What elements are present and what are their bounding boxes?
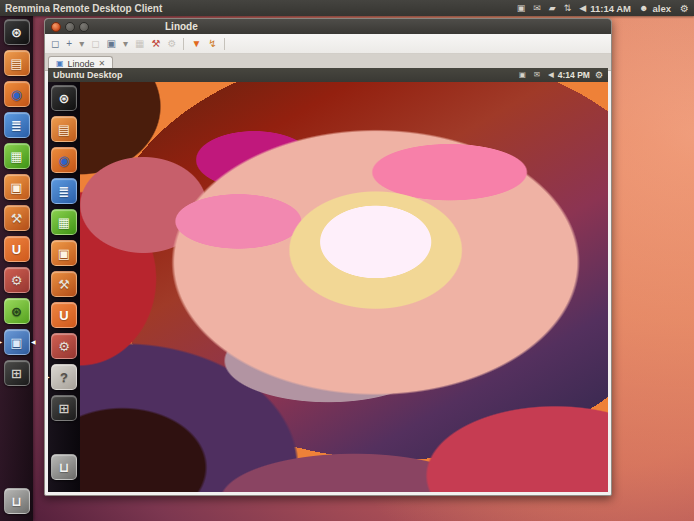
launcher-item-ubuntu-one[interactable]: U bbox=[4, 236, 30, 262]
focused-indicator: ◀ bbox=[31, 339, 36, 345]
workspace-switcher-icon: ⊞ bbox=[11, 367, 22, 380]
disconnect-button[interactable]: ↯ bbox=[208, 39, 216, 49]
libreoffice-impress-icon: ▣ bbox=[58, 247, 70, 260]
grab-keyboard-button[interactable]: ▦ bbox=[135, 39, 144, 49]
launcher-item-dash-home[interactable]: ⊛ bbox=[4, 19, 30, 45]
system-settings-icon: ⚙ bbox=[11, 274, 23, 287]
launcher-item-workspace-switcher[interactable]: ⊞ bbox=[51, 395, 77, 421]
launcher-item-libreoffice-impress[interactable]: ▣ bbox=[4, 174, 30, 200]
messaging-mail-icon[interactable]: ✉ bbox=[533, 4, 541, 13]
launcher-item-libreoffice-impress[interactable]: ▣ bbox=[51, 240, 77, 266]
remote-desktop-title: Ubuntu Desktop bbox=[53, 70, 123, 80]
remote-session-icon[interactable]: ▣ bbox=[517, 4, 526, 13]
host-indicator-area: ▣✉▰⇅◀ bbox=[517, 4, 590, 13]
focused-indicator: ▶ bbox=[48, 374, 50, 380]
launcher-item-trash[interactable]: ⊔ bbox=[51, 454, 77, 480]
launcher-item-trash[interactable]: ⊔ bbox=[4, 488, 30, 514]
remote-wallpaper bbox=[80, 82, 608, 492]
minimize-button[interactable] bbox=[65, 22, 75, 32]
host-top-panel: Remmina Remote Desktop Client ▣✉▰⇅◀ 11:1… bbox=[0, 0, 694, 16]
launcher-item-software-center[interactable]: ⚒ bbox=[4, 205, 30, 231]
files-icon: ▤ bbox=[10, 57, 22, 70]
window-controls bbox=[51, 22, 93, 32]
trash-icon: ⊔ bbox=[59, 461, 69, 474]
close-button[interactable] bbox=[51, 22, 61, 32]
remote-desktop-body: ⊛▤◉≣▦▣⚒U⚙?▶⊞⊔ bbox=[48, 82, 608, 492]
launcher-item-libreoffice-calc[interactable]: ▦ bbox=[4, 143, 30, 169]
dash-home-icon: ⊛ bbox=[11, 26, 22, 39]
launcher-item-system-settings[interactable]: ⚙ bbox=[4, 267, 30, 293]
switch-resolution-menu-button[interactable]: ▾ bbox=[123, 39, 128, 49]
host-unity-launcher: ⊛▤◉≣▦▣⚒U⚙⊛▣▶◀⊞⊔ bbox=[0, 16, 33, 521]
fit-window-menu-button[interactable]: ▾ bbox=[79, 39, 84, 49]
running-indicator: ▶ bbox=[0, 339, 2, 345]
remote-top-panel: Ubuntu Desktop ▣✉◀ 4:14 PM ⚙ bbox=[48, 68, 608, 82]
remote-indicator-area: ▣✉◀ bbox=[519, 71, 558, 79]
software-center-icon: ⚒ bbox=[11, 212, 23, 225]
remote-unity-launcher: ⊛▤◉≣▦▣⚒U⚙?▶⊞⊔ bbox=[48, 82, 80, 492]
session-indicator[interactable]: ☻ alex ⚙ bbox=[639, 3, 694, 14]
maximize-button[interactable] bbox=[79, 22, 89, 32]
software-center-icon: ⚒ bbox=[58, 278, 70, 291]
username-label: alex bbox=[653, 3, 672, 14]
network-activity-icon[interactable]: ⇅ bbox=[564, 4, 572, 13]
remote-viewport[interactable]: Ubuntu Desktop ▣✉◀ 4:14 PM ⚙ ⊛▤◉≣▦▣⚒U⚙?▶… bbox=[48, 68, 608, 492]
launcher-item-workspace-switcher[interactable]: ⊞ bbox=[4, 360, 30, 386]
minimize-window-button[interactable]: ▼ bbox=[191, 39, 201, 49]
scaled-mode-button[interactable]: ◻ bbox=[91, 39, 99, 49]
sound-volume-icon[interactable]: ◀ bbox=[548, 71, 554, 79]
launcher-item-files[interactable]: ▤ bbox=[4, 50, 30, 76]
ubuntu-software-icon: ⊛ bbox=[11, 305, 22, 318]
launcher-item-files[interactable]: ▤ bbox=[51, 116, 77, 142]
firefox-icon: ◉ bbox=[11, 88, 22, 101]
toolbar-separator bbox=[183, 38, 184, 50]
libreoffice-writer-icon: ≣ bbox=[59, 185, 70, 198]
session-gear-icon[interactable]: ⚙ bbox=[680, 3, 689, 14]
battery-icon[interactable]: ▰ bbox=[549, 4, 556, 13]
system-settings-icon: ⚙ bbox=[58, 340, 70, 353]
unknown-window-icon: ? bbox=[60, 371, 68, 384]
tab-screen-icon: ▣ bbox=[56, 60, 64, 68]
libreoffice-calc-icon: ▦ bbox=[10, 150, 22, 163]
toolbar-separator bbox=[224, 38, 225, 50]
launcher-item-dash-home[interactable]: ⊛ bbox=[51, 85, 77, 111]
ubuntu-one-icon: U bbox=[59, 309, 68, 322]
window-title: Linode bbox=[165, 21, 198, 32]
libreoffice-calc-icon: ▦ bbox=[58, 216, 70, 229]
libreoffice-impress-icon: ▣ bbox=[10, 181, 22, 194]
sound-volume-icon[interactable]: ◀ bbox=[579, 4, 586, 13]
fit-window-button[interactable]: + bbox=[66, 39, 72, 49]
launcher-item-libreoffice-writer[interactable]: ≣ bbox=[4, 112, 30, 138]
launcher-item-firefox[interactable]: ◉ bbox=[4, 81, 30, 107]
trash-icon: ⊔ bbox=[11, 495, 21, 508]
remmina-window: Linode ◻+▾◻▣▾▦⚒⚙▼↯ ▣ Linode ✕ Ubuntu Des… bbox=[44, 18, 612, 496]
toggle-fullscreen-button[interactable]: ◻ bbox=[51, 39, 59, 49]
remote-session-gear-icon[interactable]: ⚙ bbox=[595, 70, 603, 80]
launcher-item-remmina[interactable]: ▣▶◀ bbox=[4, 329, 30, 355]
launcher-item-libreoffice-calc[interactable]: ▦ bbox=[51, 209, 77, 235]
launcher-item-ubuntu-one[interactable]: U bbox=[51, 302, 77, 328]
launcher-item-firefox[interactable]: ◉ bbox=[51, 147, 77, 173]
remmina-icon: ▣ bbox=[10, 336, 22, 349]
active-app-title: Remmina Remote Desktop Client bbox=[0, 3, 162, 14]
remote-session-icon[interactable]: ▣ bbox=[519, 71, 526, 79]
preferences-tools-button[interactable]: ⚒ bbox=[151, 39, 160, 49]
user-icon: ☻ bbox=[639, 3, 648, 13]
window-titlebar[interactable]: Linode bbox=[45, 19, 611, 34]
messaging-mail-icon[interactable]: ✉ bbox=[534, 71, 540, 79]
tab-close-icon[interactable]: ✕ bbox=[99, 60, 106, 68]
launcher-item-libreoffice-writer[interactable]: ≣ bbox=[51, 178, 77, 204]
launcher-item-software-center[interactable]: ⚒ bbox=[51, 271, 77, 297]
files-icon: ▤ bbox=[58, 123, 70, 136]
tab-label: Linode bbox=[68, 59, 95, 69]
firefox-icon: ◉ bbox=[58, 154, 69, 167]
launcher-item-ubuntu-software[interactable]: ⊛ bbox=[4, 298, 30, 324]
launcher-item-unknown-window[interactable]: ?▶ bbox=[51, 364, 77, 390]
workspace-switcher-icon: ⊞ bbox=[59, 402, 70, 415]
advanced-settings-button[interactable]: ⚙ bbox=[167, 39, 176, 49]
host-clock[interactable]: 11:14 AM bbox=[590, 3, 631, 14]
launcher-item-system-settings[interactable]: ⚙ bbox=[51, 333, 77, 359]
switch-resolution-button[interactable]: ▣ bbox=[107, 39, 116, 49]
libreoffice-writer-icon: ≣ bbox=[11, 119, 22, 132]
remote-clock[interactable]: 4:14 PM bbox=[558, 70, 590, 80]
